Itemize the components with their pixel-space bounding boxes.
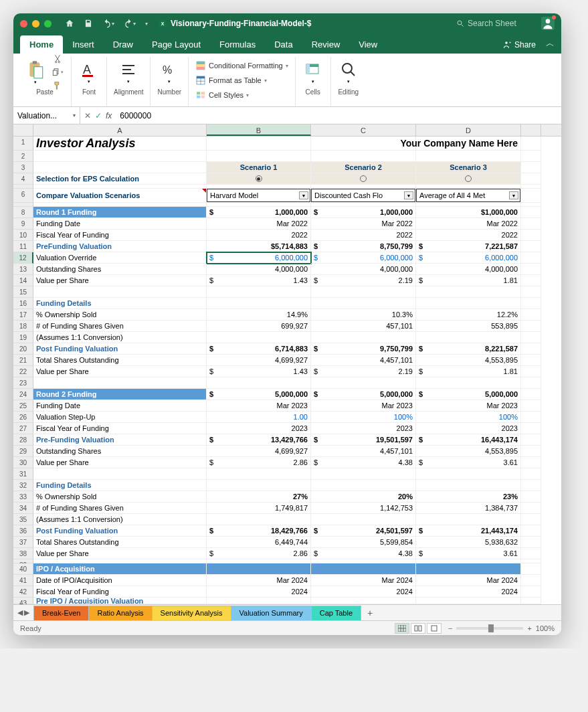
search-sheet-input[interactable] [468,19,534,28]
cell[interactable]: $5,000,000 [416,389,521,400]
cell[interactable] [521,173,541,185]
cell[interactable]: 2022 [416,230,521,241]
cell[interactable]: 1.00 [207,412,311,423]
tab-page-layout[interactable]: Page Layout [142,35,210,54]
cell[interactable]: Funding Details [33,480,207,491]
cell[interactable]: 4,699,927 [207,355,311,366]
cut-button[interactable] [51,53,64,65]
share-button[interactable]: + Share [502,40,536,54]
cell[interactable] [33,162,207,173]
cell[interactable]: Value per Share [33,457,207,468]
cell[interactable]: $2.86 [207,548,311,559]
cell[interactable]: $6,000,000 [416,252,521,264]
cell[interactable]: $2.86 [207,457,311,468]
cell[interactable]: Mar 2024 [311,575,416,586]
cell[interactable]: # of Funding Shares Given [33,503,207,514]
cell[interactable] [521,537,541,548]
cell[interactable]: 4,000,000 [207,264,311,275]
cell[interactable] [207,286,311,298]
cell[interactable] [521,586,541,598]
cell[interactable] [521,434,541,446]
collapse-ribbon[interactable]: ︿ [546,37,555,54]
sheet-nav-next[interactable]: ▶ [24,608,29,617]
col-header-d[interactable]: D [416,124,521,136]
alignment-group-button[interactable]: ▾ [118,59,139,86]
cell[interactable] [521,332,541,343]
cell[interactable]: $1,000,000 [416,207,521,218]
cell[interactable]: Date of IPO/Acquisition [33,575,207,586]
cell[interactable]: 2024 [311,586,416,598]
cell[interactable]: Total Shares Outstanding [33,537,207,548]
cell[interactable]: 699,927 [207,321,311,332]
cell[interactable]: $2.19 [311,275,416,286]
cell[interactable]: Mar 2022 [416,218,521,230]
radio-scenario-2[interactable] [360,175,367,182]
cell[interactable] [207,332,311,343]
cell[interactable]: 2023 [207,423,311,434]
scenario-model-dropdown-1[interactable]: Harvard Model▼ [207,189,310,202]
format-as-table-button[interactable]: Format as Table▾ [195,73,267,88]
cell[interactable] [521,241,541,252]
cell[interactable]: $9,750,799 [311,343,416,355]
cell[interactable]: Fiscal Year of Funding [33,230,207,241]
cell[interactable] [416,563,521,575]
cell[interactable] [207,563,311,575]
cell[interactable]: $18,429,766 [207,525,311,537]
col-header-e[interactable] [521,124,541,136]
cell[interactable] [311,173,416,185]
cell-styles-button[interactable]: Cell Styles▾ [195,88,249,102]
cell[interactable] [521,137,541,151]
user-avatar[interactable] [541,17,555,30]
cell[interactable] [311,286,416,298]
cell[interactable] [521,377,541,389]
cell[interactable]: $1.43 [207,366,311,377]
cell[interactable] [521,207,541,218]
cell[interactable]: (Assumes 1:1 Conversion) [33,332,207,343]
copy-button[interactable]: ▾ [51,66,64,78]
cell[interactable]: Fiscal Year of Funding [33,423,207,434]
cell[interactable] [521,321,541,332]
cell[interactable]: Selection for EPS Calculation [33,173,207,185]
cell[interactable]: Mar 2022 [207,218,311,230]
cell[interactable]: 2023 [311,423,416,434]
zoom-in[interactable]: + [527,624,531,632]
editing-group-button[interactable]: ▾ [338,59,359,86]
conditional-formatting-button[interactable]: Conditional Formatting▾ [195,58,288,73]
cell[interactable]: $5,714,883 [207,241,311,252]
cell[interactable] [33,377,207,389]
minimize-window[interactable] [32,20,39,27]
cell[interactable]: 5,938,632 [416,537,521,548]
cell[interactable] [207,598,311,604]
view-page-layout[interactable] [411,623,425,634]
cell[interactable] [207,468,311,480]
cell[interactable]: Outstanding Shares [33,446,207,457]
col-header-c[interactable]: C [311,124,416,136]
cell[interactable]: $16,443,174 [416,434,521,446]
cell[interactable]: $1.81 [416,275,521,286]
cell[interactable]: $7,221,587 [416,241,521,252]
cell[interactable] [311,298,416,309]
cell[interactable] [521,275,541,286]
cell[interactable]: Post Funding Valuation [33,343,207,355]
cell[interactable] [521,525,541,537]
sheet-tab-break-even[interactable]: Break-Even [33,606,89,620]
maximize-window[interactable] [44,20,52,27]
cell[interactable]: Value per Share [33,548,207,559]
cell[interactable] [521,563,541,575]
cell[interactable]: Valuation Override [33,252,207,264]
tab-review[interactable]: Review [302,35,350,54]
cell[interactable] [521,598,541,604]
cell[interactable]: $5,000,000 [207,389,311,400]
qat-customize[interactable]: ▾ [145,21,148,27]
select-all-corner[interactable] [13,124,33,136]
add-sheet-button[interactable]: + [361,608,379,618]
cell[interactable] [521,298,541,309]
cell[interactable] [521,446,541,457]
sheet-tab-valuation-summary[interactable]: Valuation Summary [231,606,312,620]
cell[interactable]: Pre-Funding Valuation [33,434,207,446]
cell[interactable]: Mar 2023 [311,400,416,412]
cell[interactable]: Funding Details [33,298,207,309]
cell[interactable] [311,468,416,480]
cell[interactable] [207,137,311,151]
cell[interactable] [207,173,311,185]
